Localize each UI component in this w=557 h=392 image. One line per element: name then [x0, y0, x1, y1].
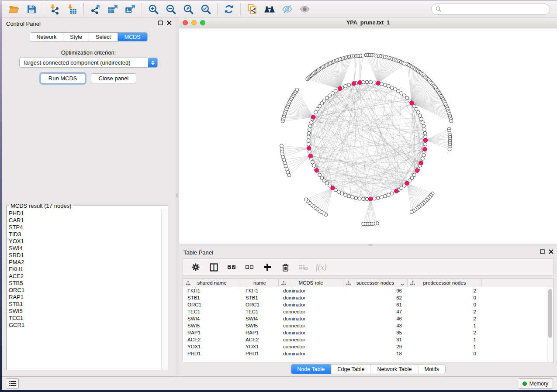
zoom-fit-button[interactable] [180, 2, 197, 16]
first-neighbors-button[interactable] [261, 2, 278, 16]
gear-icon [191, 263, 200, 272]
open-file-button[interactable] [5, 2, 23, 16]
column-header-shared-name[interactable]: shared name [183, 279, 241, 287]
zoom-out-icon [165, 3, 176, 15]
column-header-predecessor-nodes[interactable]: predecessor nodes [408, 279, 482, 287]
mcds-result-node[interactable]: SWI4 [9, 245, 161, 252]
table-row[interactable]: STB1STB1dominator620 [183, 294, 553, 301]
delete-table-button[interactable] [298, 261, 309, 273]
mcds-list-scrollbar[interactable] [161, 209, 168, 370]
zoom-selected-button[interactable] [197, 2, 214, 16]
network-view-window: YPA_prune.txt_1 [179, 17, 557, 244]
mcds-result-node[interactable]: PMA2 [9, 259, 161, 266]
table-row[interactable]: SWI4SWI4dominator462 [183, 315, 553, 322]
apply-layout-button[interactable] [220, 2, 238, 16]
mcds-result-node[interactable]: RAP1 [9, 294, 161, 301]
table-cell: 35 [343, 329, 408, 336]
splitter-handle[interactable] [368, 244, 372, 246]
table-settings-button[interactable] [190, 261, 201, 273]
mcds-result-node[interactable]: GCR1 [9, 322, 161, 329]
table-cell: YOX1 [241, 343, 279, 350]
mcds-result-node[interactable]: SWI5 [9, 308, 161, 315]
table-cell: TEC1 [241, 308, 279, 315]
column-header-MCDS-role[interactable]: MCDS role [279, 279, 343, 287]
column-header-successor-nodes[interactable]: successor nodes [343, 279, 408, 287]
control-panel-tab[interactable]: MCDS [118, 33, 147, 41]
table-cell: TEC1 [183, 308, 241, 315]
table-row[interactable]: FKH1FKH1dominator962 [183, 287, 553, 294]
mcds-result-node[interactable]: FKH1 [9, 266, 161, 273]
table-cell: 61 [343, 301, 408, 308]
vertical-splitter[interactable] [175, 17, 179, 376]
zoom-out-button[interactable] [162, 2, 180, 16]
memory-button[interactable]: Memory [518, 378, 553, 389]
table-row[interactable]: ACE2ACE2connector311 [183, 336, 553, 343]
hide-selected-button[interactable] [278, 2, 296, 16]
table-row[interactable]: SWI5SWI5connector431 [183, 322, 553, 329]
close-panel-button[interactable]: Close panel [91, 73, 137, 83]
control-panel-tab[interactable]: Style [63, 33, 89, 41]
mcds-result-node[interactable]: SRD1 [9, 252, 161, 259]
mcds-result-title: MCDS result (17 nodes) [9, 203, 73, 209]
mcds-result-node[interactable]: YOX1 [9, 238, 161, 245]
mcds-result-node[interactable]: ORC1 [9, 287, 161, 294]
table-panel-tab[interactable]: Node Table [291, 364, 331, 374]
mcds-result-node[interactable]: STB1 [9, 301, 161, 308]
search-input[interactable] [444, 5, 550, 14]
table-cell: FKH1 [241, 287, 279, 294]
splitter-handle[interactable] [176, 193, 178, 197]
show-column-panel-button[interactable] [208, 261, 219, 273]
mcds-result-node[interactable]: STB5 [9, 280, 161, 287]
table-row[interactable]: PHD1PHD1dominator180 [183, 350, 553, 357]
table-row[interactable]: YOX1YOX1connector291 [183, 343, 553, 350]
mcds-result-node[interactable]: CAR1 [9, 217, 161, 224]
import-network-button[interactable] [46, 2, 63, 16]
table-cell: 1 [408, 336, 482, 343]
network-graph[interactable] [179, 28, 557, 244]
scrollbar-thumb[interactable] [548, 289, 552, 338]
close-panel-icon[interactable] [549, 249, 554, 254]
table-panel-tab[interactable]: Motifs [418, 364, 445, 374]
deselect-all-icon [245, 264, 254, 270]
close-panel-icon[interactable] [167, 21, 172, 25]
mcds-result-node[interactable]: ACE2 [9, 273, 161, 280]
mcds-result-node[interactable]: TID3 [9, 231, 161, 238]
table-scrollbar[interactable] [547, 287, 553, 362]
select-all-rows-button[interactable] [226, 261, 237, 273]
delete-column-button[interactable] [280, 261, 291, 273]
zoom-in-button[interactable] [145, 2, 162, 16]
export-table-button[interactable] [104, 2, 121, 16]
table-panel-tab[interactable]: Edge Table [331, 364, 371, 374]
show-all-button[interactable] [296, 2, 313, 16]
deselect-all-rows-button[interactable] [244, 261, 255, 273]
table-cell: dominator [279, 350, 343, 357]
column-type-icon [346, 281, 351, 286]
mcds-result-node[interactable]: TEC1 [9, 315, 161, 322]
float-panel-icon[interactable] [540, 249, 545, 254]
table-row[interactable]: ORC1ORC1dominator610 [183, 301, 553, 308]
refresh-icon [223, 3, 235, 15]
table-row[interactable]: TEC1TEC1connector472 [183, 308, 553, 315]
import-table-button[interactable] [63, 2, 81, 16]
column-header-name[interactable]: name [241, 279, 279, 287]
run-mcds-button[interactable]: Run MCDS [41, 73, 85, 83]
criterion-select[interactable]: largest connected component (undirected) [19, 58, 158, 68]
export-image-button[interactable] [121, 2, 139, 16]
mcds-result-node[interactable]: STP4 [9, 224, 161, 231]
table-panel-tab[interactable]: Network Table [371, 364, 419, 374]
table-row[interactable]: RAP1RAP1dominator352 [183, 329, 553, 336]
network-canvas[interactable] [179, 28, 557, 244]
show-panels-list-button[interactable] [6, 378, 19, 389]
float-panel-icon[interactable] [158, 21, 163, 25]
mcds-result-node[interactable]: PHD1 [9, 210, 161, 217]
control-panel-tab[interactable]: Network [30, 33, 63, 41]
table-cell: ACE2 [241, 336, 279, 343]
new-network-from-selection-button[interactable] [243, 2, 261, 16]
function-builder-button[interactable]: f(x) [315, 261, 327, 273]
save-session-button[interactable] [23, 2, 40, 16]
hide-selected-eye-slash-icon [281, 3, 293, 15]
search-box[interactable] [431, 3, 550, 15]
control-panel-tab[interactable]: Select [89, 33, 118, 41]
create-column-button[interactable] [262, 261, 273, 273]
export-network-button[interactable] [86, 2, 104, 16]
